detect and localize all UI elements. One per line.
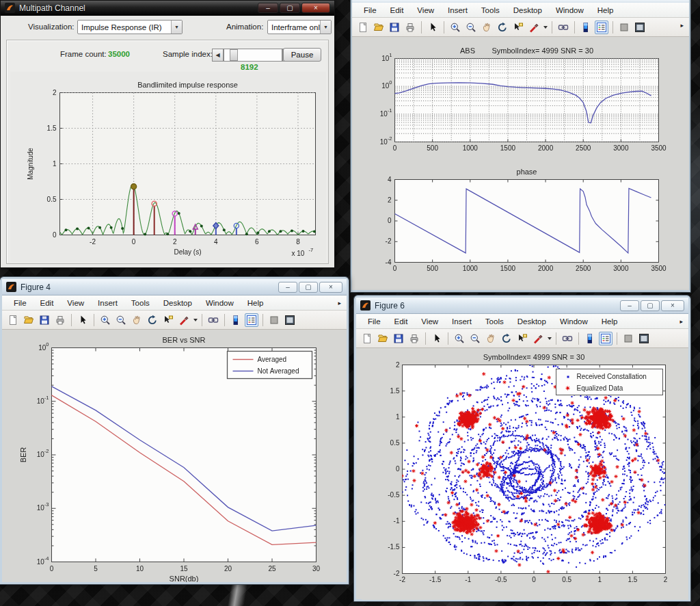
menu-item-edit[interactable]: Edit xyxy=(388,316,414,327)
zoom-in-icon[interactable] xyxy=(448,21,462,34)
brush-dropdown-icon[interactable] xyxy=(193,319,198,321)
brush-icon[interactable] xyxy=(177,313,191,327)
brush-dropdown-icon[interactable] xyxy=(543,26,548,29)
rotate-3d-icon[interactable] xyxy=(496,21,509,34)
pointer-icon[interactable] xyxy=(76,313,90,327)
menu-item-file[interactable]: File xyxy=(358,5,383,16)
new-file-icon[interactable] xyxy=(360,332,374,345)
figure4-titlebar[interactable]: Figure 4 – ▢ × xyxy=(2,279,347,295)
zoom-out-icon[interactable] xyxy=(464,21,478,34)
brush-icon[interactable] xyxy=(527,21,541,34)
slider-track[interactable] xyxy=(224,49,282,62)
chevron-down-icon[interactable]: ▼ xyxy=(320,21,331,34)
dock-figure-icon[interactable] xyxy=(637,332,651,345)
chevron-down-icon[interactable]: ▼ xyxy=(171,21,182,34)
visualization-dropdown[interactable]: Impulse Response (IR) ▼ xyxy=(77,20,183,34)
menu-item-tools[interactable]: Tools xyxy=(475,5,506,16)
toolbar-separator xyxy=(202,314,202,326)
pointer-icon[interactable] xyxy=(430,332,444,345)
insert-legend-icon[interactable] xyxy=(245,313,258,327)
menu-item-insert[interactable]: Insert xyxy=(92,298,124,308)
menu-item-insert[interactable]: Insert xyxy=(446,316,478,327)
menu-item-tools[interactable]: Tools xyxy=(125,298,156,308)
animation-dropdown[interactable]: Interframe only ▼ xyxy=(267,20,332,34)
open-file-icon[interactable] xyxy=(372,21,386,34)
insert-legend-icon[interactable] xyxy=(595,21,608,34)
menu-item-window[interactable]: Window xyxy=(550,5,590,16)
open-file-icon[interactable] xyxy=(376,332,390,345)
menu-overflow-icon[interactable]: ▸ xyxy=(338,300,341,306)
pause-button[interactable]: Pause xyxy=(283,48,321,62)
data-cursor-icon[interactable] xyxy=(515,332,529,345)
print-icon[interactable] xyxy=(53,313,67,327)
save-icon[interactable] xyxy=(38,313,51,327)
insert-legend-icon[interactable] xyxy=(599,332,612,345)
zoom-out-icon[interactable] xyxy=(468,332,482,345)
menu-item-view[interactable]: View xyxy=(415,316,444,327)
minimize-button[interactable]: – xyxy=(620,300,639,311)
menu-item-help[interactable]: Help xyxy=(241,298,270,308)
zoom-in-icon[interactable] xyxy=(98,313,112,327)
menu-item-view[interactable]: View xyxy=(411,5,440,16)
menu-item-window[interactable]: Window xyxy=(200,298,240,308)
menu-item-file[interactable]: File xyxy=(362,316,387,327)
menu-item-desktop[interactable]: Desktop xyxy=(507,5,548,16)
menu-overflow-icon[interactable]: ▸ xyxy=(679,318,683,325)
brush-dropdown-icon[interactable] xyxy=(548,337,552,340)
dock-figure-icon[interactable] xyxy=(633,21,647,34)
zoom-in-icon[interactable] xyxy=(453,332,466,345)
pan-icon[interactable] xyxy=(480,21,494,34)
slider-left-arrow[interactable]: ◀ xyxy=(212,49,224,62)
sample-index-slider[interactable]: ◀ ▶ xyxy=(212,49,294,62)
close-button[interactable]: × xyxy=(301,3,330,13)
link-plots-icon[interactable] xyxy=(206,313,220,327)
save-icon[interactable] xyxy=(392,332,405,345)
zoom-out-icon[interactable] xyxy=(114,313,128,327)
rotate-3d-icon[interactable] xyxy=(146,313,159,327)
maximize-button[interactable]: ▢ xyxy=(641,300,660,311)
minimize-button[interactable]: – xyxy=(258,3,278,13)
close-button[interactable]: × xyxy=(319,282,342,293)
menu-item-file[interactable]: File xyxy=(8,298,33,308)
multipath-titlebar[interactable]: Multipath Channel – ▢ × xyxy=(1,1,334,16)
slider-thumb[interactable] xyxy=(230,49,238,61)
data-cursor-icon[interactable] xyxy=(511,21,525,34)
maximize-button[interactable]: ▢ xyxy=(280,3,300,13)
hide-plot-tools-icon[interactable] xyxy=(621,332,635,345)
hide-plot-tools-icon[interactable] xyxy=(617,21,631,34)
hide-plot-tools-icon[interactable] xyxy=(267,313,281,327)
menu-item-insert[interactable]: Insert xyxy=(442,5,474,16)
save-icon[interactable] xyxy=(388,21,401,34)
pan-icon[interactable] xyxy=(484,332,498,345)
new-file-icon[interactable] xyxy=(6,313,20,327)
menu-item-tools[interactable]: Tools xyxy=(479,316,510,327)
menu-item-desktop[interactable]: Desktop xyxy=(157,298,198,308)
rotate-3d-icon[interactable] xyxy=(500,332,513,345)
pointer-icon[interactable] xyxy=(426,21,440,34)
figure6-titlebar[interactable]: Figure 6 – ▢ × xyxy=(356,298,688,314)
dock-figure-icon[interactable] xyxy=(283,313,297,327)
maximize-button[interactable]: ▢ xyxy=(299,282,318,293)
link-plots-icon[interactable] xyxy=(561,332,574,345)
link-plots-icon[interactable] xyxy=(556,21,570,34)
new-file-icon[interactable] xyxy=(356,21,370,34)
menu-item-edit[interactable]: Edit xyxy=(384,5,410,16)
open-file-icon[interactable] xyxy=(22,313,36,327)
menu-item-view[interactable]: View xyxy=(61,298,90,308)
menu-item-desktop[interactable]: Desktop xyxy=(511,316,552,327)
insert-colorbar-icon[interactable] xyxy=(583,332,597,345)
print-icon[interactable] xyxy=(407,332,421,345)
brush-icon[interactable] xyxy=(531,332,545,345)
menu-overflow-icon[interactable]: ▸ xyxy=(680,22,684,29)
insert-colorbar-icon[interactable] xyxy=(579,21,593,34)
print-icon[interactable] xyxy=(403,21,417,34)
menu-item-help[interactable]: Help xyxy=(591,5,620,16)
insert-colorbar-icon[interactable] xyxy=(229,313,243,327)
menu-item-edit[interactable]: Edit xyxy=(34,298,60,308)
close-button[interactable]: × xyxy=(661,300,684,311)
minimize-button[interactable]: – xyxy=(278,282,297,293)
pan-icon[interactable] xyxy=(130,313,144,327)
menu-item-help[interactable]: Help xyxy=(595,316,624,327)
menu-item-window[interactable]: Window xyxy=(554,316,594,327)
data-cursor-icon[interactable] xyxy=(161,313,175,327)
